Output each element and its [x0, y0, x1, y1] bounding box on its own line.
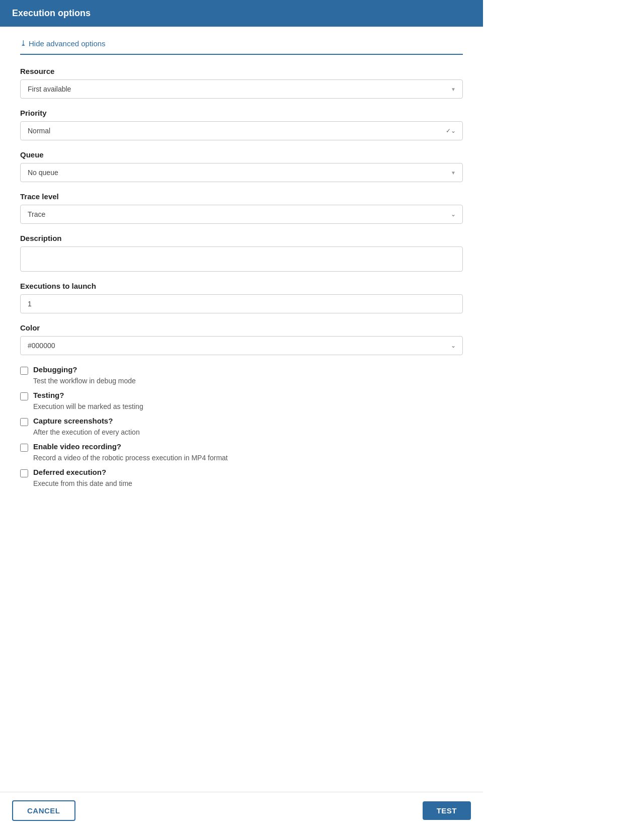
color-group: Color #000000 #FF0000 #00FF00 #0000FF ⌄: [20, 323, 463, 355]
deferred-description: Execute from this date and time: [33, 479, 463, 487]
debugging-description: Test the workflow in debug mode: [33, 377, 463, 385]
video-label[interactable]: Enable video recording?: [33, 442, 121, 451]
video-description: Record a video of the robotic process ex…: [33, 454, 463, 462]
priority-select[interactable]: Normal High Low: [20, 121, 463, 140]
debugging-checkbox[interactable]: [20, 367, 28, 375]
color-select-wrapper: #000000 #FF0000 #00FF00 #0000FF ⌄: [20, 336, 463, 355]
executions-group: Executions to launch: [20, 282, 463, 313]
toggle-advanced-label: Hide advanced options: [29, 39, 106, 48]
priority-group: Priority Normal High Low ✓⌄: [20, 109, 463, 140]
priority-label: Priority: [20, 109, 463, 117]
deferred-checkbox[interactable]: [20, 469, 28, 477]
main-content: ⤓ Hide advanced options Resource First a…: [0, 27, 483, 792]
deferred-label[interactable]: Deferred execution?: [33, 468, 106, 476]
debugging-label[interactable]: Debugging?: [33, 365, 77, 374]
executions-label: Executions to launch: [20, 282, 463, 290]
video-checkbox[interactable]: [20, 444, 28, 452]
priority-select-wrapper: Normal High Low ✓⌄: [20, 121, 463, 140]
cancel-button[interactable]: CANCEL: [12, 800, 75, 821]
testing-description: Execution will be marked as testing: [33, 402, 463, 410]
queue-select-wrapper: No queue ▼: [20, 163, 463, 182]
screenshots-checkbox-group: Capture screenshots? After the execution…: [20, 417, 463, 436]
screenshots-label[interactable]: Capture screenshots?: [33, 417, 113, 425]
debugging-checkbox-group: Debugging? Test the workflow in debug mo…: [20, 365, 463, 385]
screenshots-checkbox[interactable]: [20, 418, 28, 426]
screenshots-description: After the execution of every action: [33, 428, 463, 436]
deferred-checkbox-group: Deferred execution? Execute from this da…: [20, 468, 463, 487]
trace-level-select[interactable]: Trace Debug Info Warning Error: [20, 205, 463, 224]
executions-input[interactable]: [20, 294, 463, 313]
testing-label[interactable]: Testing?: [33, 391, 64, 399]
trace-level-select-wrapper: Trace Debug Info Warning Error ⌄: [20, 205, 463, 224]
queue-group: Queue No queue ▼: [20, 150, 463, 182]
test-button[interactable]: TEST: [423, 801, 471, 820]
resource-label: Resource: [20, 67, 463, 75]
queue-label: Queue: [20, 150, 463, 159]
checkboxes-group: Debugging? Test the workflow in debug mo…: [20, 365, 463, 487]
color-label: Color: [20, 323, 463, 332]
resource-select-wrapper: First available ▼: [20, 79, 463, 99]
chevron-down-icon: ⤓: [20, 39, 27, 48]
trace-level-group: Trace level Trace Debug Info Warning Err…: [20, 192, 463, 224]
color-select[interactable]: #000000 #FF0000 #00FF00 #0000FF: [20, 336, 463, 355]
toggle-advanced-button[interactable]: ⤓ Hide advanced options: [20, 39, 463, 55]
page-title: Execution options: [12, 8, 91, 18]
footer: CANCEL TEST: [0, 792, 483, 829]
testing-checkbox-group: Testing? Execution will be marked as tes…: [20, 391, 463, 410]
description-input[interactable]: [20, 246, 463, 272]
page-header: Execution options: [0, 0, 483, 27]
video-checkbox-group: Enable video recording? Record a video o…: [20, 442, 463, 462]
trace-level-label: Trace level: [20, 192, 463, 201]
queue-select[interactable]: No queue: [20, 163, 463, 182]
description-label: Description: [20, 234, 463, 242]
description-group: Description: [20, 234, 463, 272]
testing-checkbox[interactable]: [20, 392, 28, 400]
resource-select[interactable]: First available: [20, 79, 463, 99]
resource-group: Resource First available ▼: [20, 67, 463, 99]
